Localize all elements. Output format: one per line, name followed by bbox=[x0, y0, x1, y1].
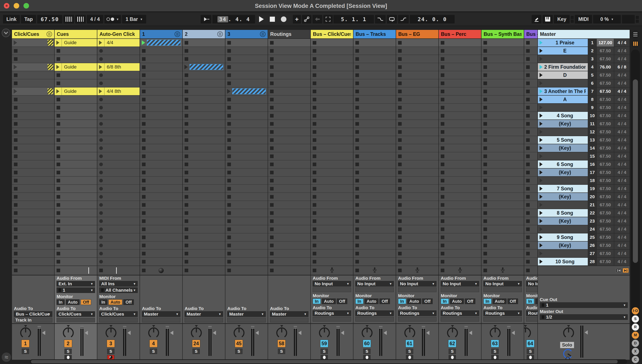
link-button[interactable]: Link bbox=[3, 15, 20, 24]
clip-slot[interactable] bbox=[97, 209, 140, 217]
clip-slot[interactable] bbox=[55, 112, 97, 120]
clip-slot[interactable] bbox=[439, 144, 481, 152]
scene-tempo-field[interactable]: 67.50 bbox=[597, 88, 614, 95]
solo-button[interactable]: S bbox=[320, 349, 328, 354]
clip-slot[interactable] bbox=[55, 258, 97, 266]
clip-stop-button[interactable] bbox=[14, 57, 18, 61]
clip-stop-button[interactable] bbox=[398, 114, 402, 118]
clip-stop-button[interactable] bbox=[184, 106, 188, 110]
clip-slot[interactable] bbox=[396, 63, 438, 71]
clip-slot[interactable] bbox=[311, 209, 353, 217]
clip-slot[interactable] bbox=[311, 258, 353, 266]
input-type-chooser[interactable]: No Input▼ bbox=[526, 281, 538, 286]
clip-stop-button[interactable] bbox=[14, 244, 18, 247]
audio-to-chooser[interactable]: Master▼ bbox=[142, 311, 180, 317]
volume-fader-handle[interactable] bbox=[256, 331, 259, 335]
clip-slot[interactable] bbox=[226, 217, 268, 225]
clip-stop-button[interactable] bbox=[142, 98, 146, 101]
clip-stop-button[interactable] bbox=[484, 211, 487, 215]
clip-slot[interactable] bbox=[311, 201, 353, 209]
clip-stop-button[interactable] bbox=[14, 187, 18, 190]
clip-stop-button[interactable] bbox=[313, 65, 316, 69]
clip-stop-button[interactable] bbox=[270, 130, 274, 134]
scene-launch-area[interactable]: 3 Another In The Fire bbox=[538, 88, 588, 95]
clip-stop-button[interactable] bbox=[99, 98, 103, 101]
arm-button[interactable] bbox=[64, 355, 72, 360]
clip-stop-button[interactable] bbox=[355, 57, 359, 61]
clip-slot[interactable] bbox=[140, 209, 182, 217]
scene-tempo-field[interactable]: 67.50 bbox=[597, 234, 614, 241]
metronome-button[interactable]: ▼ bbox=[104, 15, 121, 24]
master-volume-fader-handle[interactable] bbox=[584, 330, 588, 334]
clip-slot[interactable] bbox=[311, 168, 353, 177]
clip-stop-button[interactable] bbox=[227, 236, 231, 239]
clip-stop-button[interactable] bbox=[313, 219, 316, 223]
track-header-cues[interactable]: Cues bbox=[55, 30, 97, 38]
clip-stop-button[interactable] bbox=[270, 179, 274, 182]
midi-map-button[interactable]: MIDI bbox=[575, 15, 592, 24]
scene-launch-area[interactable]: (Key) bbox=[538, 242, 588, 249]
scene-tempo-field[interactable]: 76.00 bbox=[597, 63, 614, 71]
clip-slot[interactable] bbox=[396, 177, 438, 185]
clip-stop-button[interactable] bbox=[14, 162, 18, 166]
clip-slot[interactable] bbox=[12, 120, 54, 128]
clip-stop-button[interactable] bbox=[313, 90, 316, 93]
clip-slot[interactable] bbox=[482, 250, 524, 258]
track-activator-button[interactable]: 45 bbox=[235, 340, 243, 347]
clip-stop-button[interactable] bbox=[56, 74, 60, 77]
clip-slot[interactable] bbox=[311, 55, 353, 63]
clip-stop-button[interactable] bbox=[14, 98, 18, 101]
clip-slot[interactable] bbox=[354, 112, 396, 120]
master-track-header[interactable]: Master bbox=[538, 30, 630, 38]
clip-slot[interactable] bbox=[439, 96, 481, 104]
track-stop-row[interactable] bbox=[97, 266, 140, 275]
clip-slot[interactable] bbox=[226, 160, 268, 168]
scene-tempo-field[interactable]: 67.50 bbox=[597, 71, 614, 79]
clip-slot[interactable] bbox=[311, 185, 353, 193]
clip-6-8-8th[interactable]: 6/8 8th bbox=[97, 63, 140, 71]
clip-stop-button[interactable] bbox=[270, 187, 274, 190]
clip-slot[interactable] bbox=[396, 193, 438, 201]
scene-launch-area[interactable]: (Key) bbox=[538, 168, 588, 176]
clip-slot[interactable] bbox=[524, 79, 538, 88]
group-slot-play-icon[interactable] bbox=[14, 65, 17, 69]
clip-stop-button[interactable] bbox=[355, 195, 359, 199]
tap-tempo-button[interactable]: Tap bbox=[21, 15, 36, 24]
scene-signature-field[interactable]: 4 / 4 bbox=[614, 55, 630, 63]
arm-button[interactable] bbox=[491, 355, 498, 360]
scene-row-11[interactable]: (Key)1167.504 / 4 bbox=[538, 120, 630, 128]
clip-stop-button[interactable] bbox=[56, 219, 60, 223]
draw-mode-button[interactable] bbox=[532, 15, 542, 24]
clip-slot[interactable] bbox=[97, 112, 140, 120]
clip-stop-button[interactable] bbox=[99, 146, 103, 150]
clip-stop-button[interactable] bbox=[355, 90, 359, 93]
input-channel-box[interactable] bbox=[526, 288, 538, 292]
back-to-arrangement-session-button[interactable] bbox=[623, 268, 628, 273]
input-type-chooser[interactable]: No Input▼ bbox=[313, 281, 351, 286]
scene-launch-area[interactable]: (Key) bbox=[538, 217, 588, 225]
clip-slot[interactable] bbox=[97, 217, 140, 225]
clip-stop-button[interactable] bbox=[313, 252, 316, 256]
monitor-option-off[interactable]: Off bbox=[81, 299, 91, 305]
volume-meter[interactable] bbox=[208, 326, 212, 356]
scene-signature-field[interactable]: 4 / 4 bbox=[614, 47, 630, 54]
scene-launch-area[interactable] bbox=[538, 250, 588, 257]
clip-slot[interactable] bbox=[439, 71, 481, 79]
clip-stop-button[interactable] bbox=[313, 41, 316, 44]
clip-stop-button[interactable] bbox=[227, 179, 231, 182]
track-stop-row[interactable] bbox=[396, 266, 438, 275]
clip-stop-button[interactable] bbox=[526, 203, 530, 207]
clip-slot[interactable] bbox=[12, 128, 54, 136]
scene-tempo-field[interactable]: 67.50 bbox=[597, 177, 614, 184]
clip-slot[interactable] bbox=[396, 258, 438, 266]
clip-slot[interactable] bbox=[226, 96, 268, 104]
output-channel-box[interactable] bbox=[142, 318, 180, 322]
mixer-toggle-x[interactable]: X bbox=[632, 348, 639, 355]
scene-signature-field[interactable]: 6 / 8 bbox=[614, 63, 630, 71]
clip-stop-button[interactable] bbox=[99, 114, 103, 118]
scene-signature-field[interactable]: 4 / 4 bbox=[614, 120, 630, 128]
clip-slot[interactable] bbox=[311, 120, 353, 128]
clip-slot[interactable] bbox=[183, 185, 225, 193]
scene-launch-icon[interactable] bbox=[540, 260, 542, 264]
clip-slot[interactable] bbox=[354, 136, 396, 144]
